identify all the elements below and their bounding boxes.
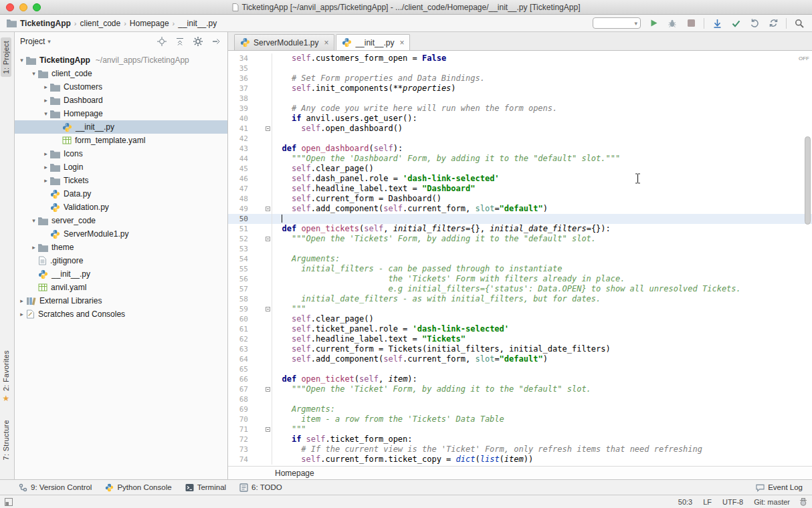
toolwindow-button-event-log[interactable]: Event Log (756, 483, 803, 492)
fold-marker-icon[interactable] (266, 427, 270, 432)
sync-button[interactable] (767, 17, 779, 29)
tree-item-data-py[interactable]: Data.py (15, 187, 227, 201)
breadcrumb-item-ticketingapp[interactable]: TicketingApp (20, 19, 71, 28)
code-line-63[interactable]: 63 self.current_form = Tickets(initial_f… (228, 344, 812, 354)
tree-item-external-libraries[interactable]: ▸External Libraries (15, 294, 227, 307)
tree-item-theme[interactable]: ▸theme (15, 241, 227, 254)
chevron-down-icon[interactable]: ▾ (29, 217, 38, 224)
code-line-43[interactable]: 43 def open_dashboard(self): (228, 144, 812, 154)
code-line-58[interactable]: 58 initial_date_filters - as with initia… (228, 294, 812, 304)
zoom-window-button[interactable] (33, 3, 41, 11)
code-line-45[interactable]: 45 self.clear_page() (228, 164, 812, 174)
code-line-34[interactable]: 34 self.customers_form_open = False (228, 53, 812, 64)
code-line-55[interactable]: 55 initial_filters - can be passed throu… (228, 264, 812, 274)
minimize-window-button[interactable] (19, 3, 27, 11)
status-line-separator[interactable]: LF (703, 498, 712, 506)
code-line-67[interactable]: 67 """Open the 'Ticket' Form, by adding … (228, 384, 812, 394)
status-encoding[interactable]: UTF-8 (722, 498, 743, 506)
code-line-68[interactable]: 68 (228, 394, 812, 404)
code-line-51[interactable]: 51 def open_tickets(self, initial_filter… (228, 224, 812, 234)
code-line-65[interactable]: 65 (228, 364, 812, 374)
tree-item-init-py[interactable]: __init__.py (15, 120, 227, 134)
tree-item-icons[interactable]: ▸Icons (15, 147, 227, 160)
tree-item-tickets[interactable]: ▸Tickets (15, 174, 227, 187)
code-line-56[interactable]: 56 the 'Tickets' Form with filters alrea… (228, 274, 812, 284)
vcs-commit-button[interactable] (730, 17, 742, 29)
close-tab-icon[interactable]: × (399, 38, 404, 47)
code-line-66[interactable]: 66 def open_ticket(self, item): (228, 374, 812, 384)
chevron-down-icon[interactable]: ▾ (17, 57, 26, 64)
code-line-64[interactable]: 64 self.add_component(self.current_form,… (228, 354, 812, 364)
collapse-all-button[interactable] (174, 35, 186, 47)
code-line-46[interactable]: 46 self.dash_panel.role = 'dash-link-sel… (228, 174, 812, 184)
code-line-59[interactable]: 59 """ (228, 304, 812, 314)
tab-servermodule1-py[interactable]: ServerModule1.py× (234, 34, 334, 50)
tree-item-ticketingapp[interactable]: ▾TicketingApp~/anvil_apps/TicketingApp (15, 53, 227, 67)
tree-item-dashboard[interactable]: ▸Dashboard (15, 94, 227, 107)
tree-item-homepage[interactable]: ▾Homepage (15, 107, 227, 120)
tree-item-init-py[interactable]: __init__.py (15, 267, 227, 281)
tree-item-login[interactable]: ▸Login (15, 160, 227, 174)
code-line-73[interactable]: 73 # If the current view is the 'Ticket'… (228, 444, 812, 455)
toolwindow-button-terminal[interactable]: Terminal (185, 483, 226, 492)
tree-item-form-template-yaml[interactable]: form_template.yaml (15, 134, 227, 147)
vcs-update-button[interactable] (711, 17, 723, 29)
run-config-select[interactable]: ▾ (593, 17, 641, 29)
code-line-42[interactable]: 42 (228, 134, 812, 144)
code-line-60[interactable]: 60 self.clear_page() (228, 314, 812, 324)
code-line-49[interactable]: 49 self.add_component(self.current_form,… (228, 204, 812, 214)
inspection-indicator[interactable]: OFF (799, 53, 809, 64)
tree-item-client-code[interactable]: ▾client_code (15, 67, 227, 80)
chevron-right-icon[interactable]: ▸ (41, 150, 50, 157)
stop-button[interactable] (685, 17, 697, 29)
editor-scrollbar[interactable] (805, 136, 811, 225)
status-caret-position[interactable]: 50:3 (678, 498, 692, 506)
code-line-40[interactable]: 40 if anvil.users.get_user(): (228, 114, 812, 124)
tab-init-py[interactable]: __init__.py× (336, 34, 410, 50)
code-line-39[interactable]: 39 # Any code you write here will run wh… (228, 104, 812, 114)
code-line-62[interactable]: 62 self.headline_label.text = "Tickets" (228, 334, 812, 344)
tree-item-gitignore[interactable]: .gitignore (15, 254, 227, 267)
search-everywhere-button[interactable] (793, 17, 805, 29)
code-line-35[interactable]: 35 (228, 64, 812, 74)
code-line-57[interactable]: 57 e.g initial_filters={'status': Data.O… (228, 284, 812, 294)
code-line-41[interactable]: 41 self.open_dashboard() (228, 124, 812, 134)
run-button[interactable] (647, 17, 659, 29)
tree-item-validation-py[interactable]: Validation.py (15, 201, 227, 214)
debug-button[interactable] (666, 17, 678, 29)
chevron-right-icon[interactable]: ▸ (41, 84, 50, 90)
hide-panel-button[interactable] (210, 35, 222, 47)
chevron-right-icon[interactable]: ▸ (41, 164, 50, 170)
breadcrumb-item-init-py[interactable]: __init__.py (178, 19, 217, 28)
fold-marker-icon[interactable] (266, 126, 270, 131)
toolwindow-button-9-version-control[interactable]: 9: Version Control (19, 483, 92, 492)
status-git-branch[interactable]: Git: master (754, 498, 790, 506)
editor[interactable]: 34 self.customers_form_open = False3536 … (228, 51, 812, 466)
toolwindow-button-6-todo[interactable]: 6: TODO (239, 483, 282, 492)
code-line-70[interactable]: 70 item - a row from the 'Tickets' Data … (228, 414, 812, 424)
tree-item-servermodule1-py[interactable]: ServerModule1.py (15, 227, 227, 241)
chevron-right-icon[interactable]: ▸ (17, 297, 26, 304)
tool-stripe-favorites[interactable]: 2: Favorites ★ (1, 347, 11, 405)
project-panel-title[interactable]: Project ▾ (20, 37, 51, 46)
locate-button[interactable] (156, 35, 168, 47)
settings-gear-button[interactable] (192, 35, 204, 47)
code-line-38[interactable]: 38 (228, 94, 812, 104)
chevron-down-icon[interactable]: ▾ (41, 110, 50, 117)
code-line-53[interactable]: 53 (228, 244, 812, 254)
fold-marker-icon[interactable] (266, 307, 270, 311)
tree-item-scratches-and-consoles[interactable]: ▸Scratches and Consoles (15, 307, 227, 321)
code-line-74[interactable]: 74 self.current_form.ticket_copy = dict(… (228, 455, 812, 465)
code-line-52[interactable]: 52 """Open the 'Tickets' Form, by adding… (228, 234, 812, 244)
code-line-54[interactable]: 54 Arguments: (228, 254, 812, 264)
code-line-47[interactable]: 47 self.headline_label.text = "Dashboard… (228, 184, 812, 194)
code-line-44[interactable]: 44 """Open the 'Dashboard' Form, by addi… (228, 154, 812, 164)
hector-icon[interactable] (799, 498, 807, 506)
breadcrumb-item-homepage[interactable]: Homepage (130, 19, 169, 28)
breadcrumb-item-client-code[interactable]: client_code (80, 19, 120, 28)
toolwindow-toggle-icon[interactable] (5, 498, 13, 506)
toolwindow-button-python-console[interactable]: Python Console (105, 483, 171, 492)
code-line-36[interactable]: 36 # Set Form properties and Data Bindin… (228, 74, 812, 84)
close-tab-icon[interactable]: × (324, 38, 328, 47)
code-line-71[interactable]: 71 """ (228, 424, 812, 434)
